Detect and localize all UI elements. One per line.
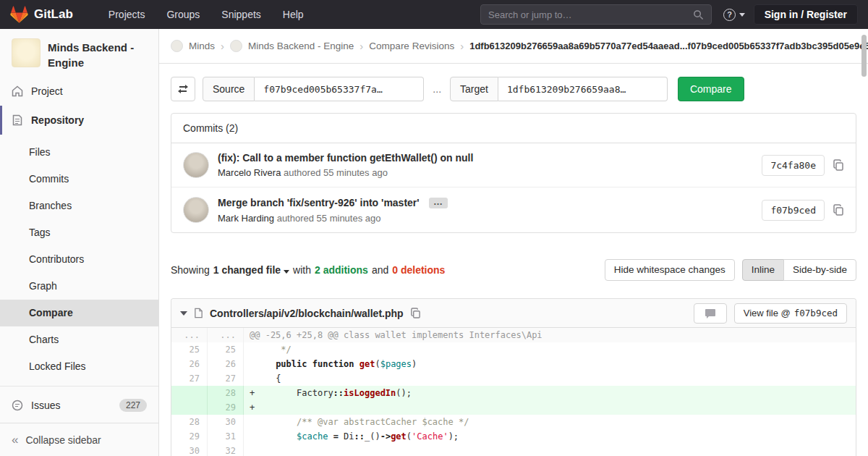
toggle-comments-button[interactable]: [694, 303, 727, 324]
target-revision-input[interactable]: [498, 77, 668, 101]
old-line-number[interactable]: 26: [171, 357, 208, 371]
breadcrumb-project[interactable]: Minds Backend - Engine: [248, 41, 354, 51]
sidebar-project-header[interactable]: Minds Backend - Engine: [0, 29, 158, 77]
old-line-number[interactable]: [171, 386, 208, 400]
commit-actions: 7c4fa80e: [762, 155, 844, 176]
help-menu[interactable]: ?: [723, 0, 745, 29]
repository-submenu: Files Commits Branches Tags Contributors…: [0, 135, 158, 380]
copy-file-path-icon[interactable]: [410, 308, 421, 318]
old-line-number[interactable]: 28: [171, 415, 208, 429]
sidebar-item-project[interactable]: Project: [0, 77, 158, 106]
commit-title[interactable]: (fix): Call to a member function getEthW…: [218, 152, 473, 164]
new-line-number[interactable]: 30: [208, 415, 244, 429]
view-file-button[interactable]: View file @ f07b9ced: [734, 303, 847, 324]
sidebar-item-contributors[interactable]: Contributors: [0, 246, 158, 273]
code-token: [255, 431, 297, 442]
breadcrumb-section[interactable]: Compare Revisions: [369, 41, 454, 51]
collapse-sidebar-button[interactable]: « Collapse sidebar: [0, 423, 158, 456]
commit-author[interactable]: Mark Harding: [218, 213, 274, 224]
nav-projects[interactable]: Projects: [98, 0, 156, 29]
new-line-number[interactable]: 26: [208, 357, 244, 371]
commit-row: Merge branch 'fix/sentry-926' into 'mast…: [171, 187, 856, 232]
double-chevron-left-icon: «: [12, 434, 18, 446]
old-line-number[interactable]: [171, 400, 208, 415]
file-path: Controllers/api/v2/blockchain/wallet.php: [210, 308, 404, 319]
new-line-number[interactable]: ...: [208, 328, 244, 342]
code-line: +: [244, 400, 856, 415]
commit-meta: Marcelo Rivera authored 55 minutes ago: [218, 167, 473, 178]
diff-stats-text: Showing 1 changed file with 2 additions …: [171, 264, 445, 276]
commit-sha-button[interactable]: f07b9ced: [762, 200, 825, 221]
sign-in-button[interactable]: Sign in / Register: [754, 4, 858, 25]
diff-row: 28+ Factory::isLoggedIn();: [171, 386, 856, 400]
old-line-number[interactable]: 29: [171, 429, 208, 444]
commit-time: authored 55 minutes ago: [284, 167, 388, 178]
scrollbar-thumb[interactable]: [861, 35, 867, 77]
side-by-side-view-button[interactable]: Side-by-side: [783, 259, 856, 281]
old-line-number[interactable]: ...: [171, 328, 208, 342]
commit-row: (fix): Call to a member function getEthW…: [171, 143, 856, 187]
sidebar-item-files[interactable]: Files: [0, 139, 158, 166]
swap-revisions-button[interactable]: [171, 77, 195, 101]
page-scrollbar[interactable]: [860, 29, 868, 456]
diff-row: 2931 $cache = Di::_()->get('Cache');: [171, 429, 856, 444]
code-token: Factory: [255, 388, 333, 398]
inline-view-button[interactable]: Inline: [742, 259, 784, 281]
compare-button[interactable]: Compare: [678, 77, 744, 101]
old-line-number[interactable]: 30: [171, 444, 208, 456]
comment-icon: [705, 308, 716, 319]
code-line: + Factory::isLoggedIn();: [244, 386, 856, 400]
sidebar-item-tags[interactable]: Tags: [0, 219, 158, 246]
search-input[interactable]: [488, 9, 693, 20]
code-token: */: [255, 345, 292, 355]
copy-sha-icon[interactable]: [833, 159, 844, 171]
nav-groups[interactable]: Groups: [156, 0, 210, 29]
commit-author[interactable]: Marcelo Rivera: [218, 167, 281, 178]
new-line-number[interactable]: 32: [208, 444, 244, 456]
code-token: ): [412, 359, 417, 369]
help-icon[interactable]: ?: [723, 9, 736, 21]
sidebar-item-issues[interactable]: Issues 227: [0, 391, 158, 420]
commit-sha-button[interactable]: 7c4fa80e: [762, 155, 825, 176]
project-name[interactable]: Minds Backend - Engine: [48, 38, 147, 70]
old-line-number[interactable]: 25: [171, 342, 208, 357]
new-line-number[interactable]: 29: [208, 400, 244, 415]
commits-panel: Commits (2) (fix): Call to a member func…: [171, 113, 856, 233]
sidebar-item-locked-files[interactable]: Locked Files: [0, 353, 158, 380]
source-revision-input[interactable]: [255, 77, 424, 101]
sidebar-item-label: Project: [31, 85, 63, 97]
hide-whitespace-button[interactable]: Hide whitespace changes: [605, 259, 735, 281]
sidebar-item-graph[interactable]: Graph: [0, 273, 158, 300]
sidebar-item-charts[interactable]: Charts: [0, 326, 158, 353]
copy-sha-icon[interactable]: [833, 204, 844, 216]
gitlab-logo[interactable]: GitLab: [10, 6, 73, 24]
sidebar-item-branches[interactable]: Branches: [0, 193, 158, 219]
nav-snippets[interactable]: Snippets: [210, 0, 271, 29]
old-line-number[interactable]: 27: [171, 371, 208, 386]
changed-files-dropdown[interactable]: 1 changed file: [213, 264, 289, 276]
tanuki-icon: [10, 6, 28, 24]
collapse-diff-icon[interactable]: [180, 311, 187, 316]
sidebar-item-compare[interactable]: Compare: [0, 300, 158, 326]
nav-help[interactable]: Help: [272, 0, 315, 29]
sidebar-item-repository[interactable]: Repository: [0, 106, 158, 135]
new-line-number[interactable]: 28: [208, 386, 244, 400]
search-box[interactable]: [480, 4, 712, 25]
commit-title[interactable]: Merge branch 'fix/sentry-926' into 'mast…: [218, 197, 420, 208]
sidebar-item-commits[interactable]: Commits: [0, 166, 158, 193]
file-icon: [194, 308, 203, 318]
new-line-number[interactable]: 25: [208, 342, 244, 357]
search-icon[interactable]: [693, 9, 704, 20]
breadcrumb-group[interactable]: Minds: [189, 41, 215, 51]
diff-table: ......@@ -25,6 +25,8 @@ class wallet imp…: [171, 328, 856, 456]
commit-expand-button[interactable]: …: [429, 198, 448, 208]
new-line-number[interactable]: 27: [208, 371, 244, 386]
code-line: public function get($pages): [244, 357, 856, 371]
project-avatar[interactable]: [12, 38, 41, 67]
new-line-number[interactable]: 31: [208, 429, 244, 444]
sidebar-item-label: Issues: [31, 400, 60, 411]
commit-actions: f07b9ced: [762, 200, 844, 221]
diff-row: 2525 */: [171, 342, 856, 357]
code-line: @@ -25,6 +25,8 @@ class wallet implement…: [244, 328, 856, 342]
chevron-down-icon: [284, 270, 289, 274]
